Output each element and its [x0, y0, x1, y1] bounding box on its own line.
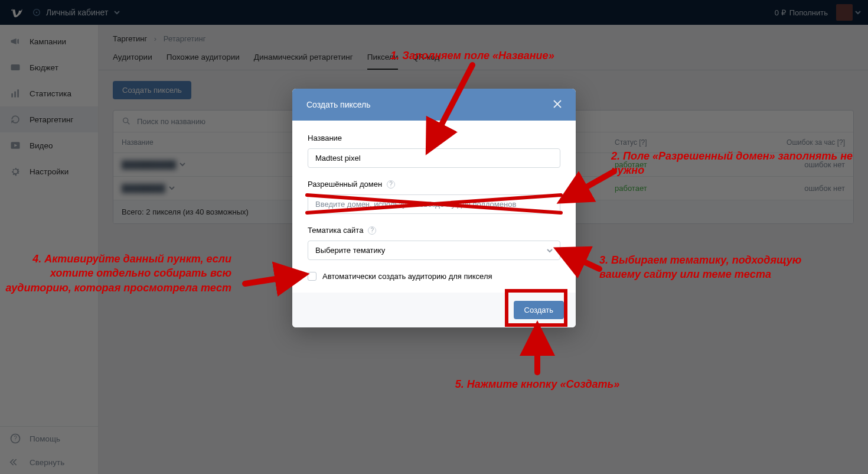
- annotation-4: 4. Активируйте данный пункт, если хотите…: [0, 252, 231, 295]
- field-domain-label: Разрешённый домен ?: [308, 180, 560, 189]
- field-theme-placeholder: Выберите тематику: [315, 246, 385, 255]
- help-icon[interactable]: ?: [368, 226, 376, 235]
- close-icon: [553, 100, 562, 108]
- checkbox-label: Автоматически создать аудиторию для пикс…: [322, 272, 492, 281]
- field-theme-label: Тематика сайта ?: [308, 226, 560, 235]
- modal-title: Создать пиксель: [306, 100, 371, 109]
- field-name-label: Название: [308, 134, 560, 142]
- help-icon[interactable]: ?: [387, 180, 395, 189]
- field-name-input[interactable]: [308, 148, 560, 168]
- annotation-2: 2. Поле «Разрешенный домен» заполнять не…: [611, 149, 856, 178]
- field-theme-select[interactable]: Выберите тематику: [308, 241, 560, 260]
- checkbox-box: [308, 272, 316, 281]
- modal-submit-button[interactable]: Создать: [514, 301, 564, 319]
- modal-close-button[interactable]: [553, 100, 562, 110]
- chevron-down-icon: [547, 248, 553, 254]
- annotation-1: 1. Заполняем поле «Название»: [337, 48, 608, 63]
- field-domain-input[interactable]: [308, 194, 560, 214]
- create-pixel-modal: Создать пиксель Название Разрешённый дом…: [292, 89, 576, 327]
- annotation-5: 5. Нажмите кнопку «Создать»: [407, 377, 667, 391]
- auto-audience-checkbox[interactable]: Автоматически создать аудиторию для пикс…: [308, 272, 560, 281]
- annotation-3: 3. Выбираем тематику, подходящую вашему …: [599, 253, 836, 282]
- modal-header: Создать пиксель: [292, 89, 576, 121]
